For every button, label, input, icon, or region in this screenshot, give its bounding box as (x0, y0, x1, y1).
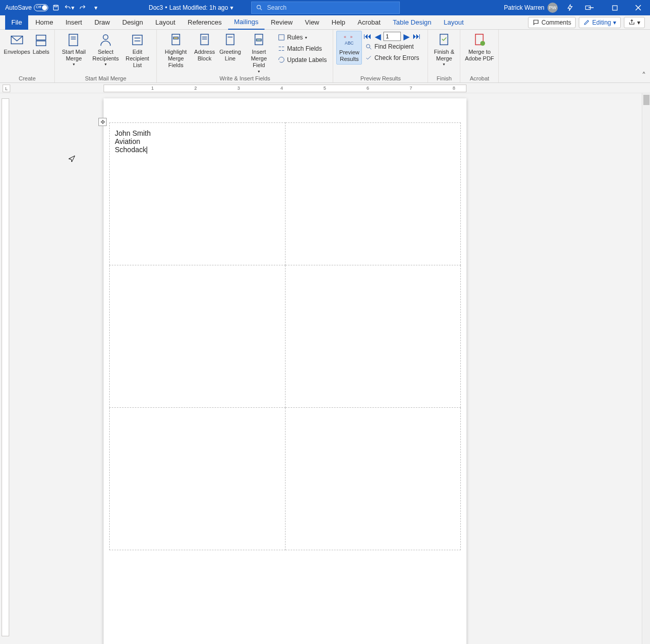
check-for-errors-button[interactable]: Check for Errors (363, 52, 423, 64)
edit-recipient-list-button[interactable]: Edit Recipient List (121, 31, 153, 71)
label-cell[interactable] (285, 265, 461, 408)
tab-review[interactable]: Review (265, 15, 299, 30)
tab-insert[interactable]: Insert (59, 15, 89, 30)
label-cell[interactable] (285, 408, 461, 550)
finish-merge-button[interactable]: Finish & Merge▾ (431, 31, 457, 69)
preview-icon: «»ABC (341, 33, 357, 48)
greeting-icon (222, 32, 238, 48)
collapse-ribbon-button[interactable]: ˄ (642, 71, 646, 80)
comments-button[interactable]: Comments (528, 17, 576, 28)
rules-button[interactable]: Rules▾ (276, 32, 329, 43)
tab-selector[interactable]: L (3, 85, 10, 92)
labels-table: John Smith Aviation Schodack (109, 122, 461, 550)
recipient-name: John Smith (115, 129, 280, 137)
address-block-icon (197, 32, 212, 48)
svg-rect-10 (36, 35, 46, 40)
envelope-icon (9, 32, 25, 48)
svg-rect-6 (613, 6, 617, 10)
horizontal-ruler[interactable]: L 1 2 3 4 5 6 7 8 (0, 83, 650, 93)
avatar: PW (547, 3, 558, 13)
address-block-button[interactable]: Address Block (192, 31, 217, 64)
previous-record-button[interactable]: ◀ (373, 32, 382, 41)
last-record-button[interactable]: ⏭ (412, 32, 421, 41)
tab-layout[interactable]: Layout (149, 15, 181, 30)
label-cell[interactable] (110, 408, 286, 550)
svg-line-3 (260, 9, 262, 10)
tab-mailings[interactable]: Mailings (228, 15, 265, 30)
recipient-field3: Schodack (115, 146, 280, 154)
share-button[interactable]: ▾ (624, 17, 645, 28)
group-label-create: Create (18, 75, 35, 82)
svg-rect-12 (69, 34, 78, 46)
group-label-acrobat: Acrobat (470, 75, 489, 82)
svg-rect-19 (172, 34, 180, 45)
next-record-button[interactable]: ▶ (402, 32, 411, 41)
label-cell[interactable] (285, 123, 461, 265)
label-cell[interactable] (110, 265, 286, 408)
vertical-ruler[interactable] (0, 93, 10, 644)
svg-rect-24 (227, 34, 234, 45)
document-title[interactable]: Doc3 • Last Modified: 1h ago ▾ (149, 4, 233, 11)
update-labels-button[interactable]: Update Labels (276, 54, 329, 66)
greeting-line-button[interactable]: Greeting Line (217, 31, 243, 64)
preview-results-button[interactable]: «»ABCPreview Results (336, 31, 362, 65)
svg-text:»: » (350, 34, 353, 39)
undo-button[interactable]: ▾ (64, 2, 75, 13)
redo-button[interactable] (77, 2, 88, 13)
minimize-button[interactable] (579, 0, 603, 15)
scrollbar-thumb[interactable] (643, 95, 649, 105)
ribbon-tabs: File Home Insert Draw Design Layout Refe… (0, 15, 650, 30)
svg-point-2 (257, 5, 260, 9)
chevron-down-icon: ▾ (613, 19, 616, 26)
tab-table-design[interactable]: Table Design (387, 15, 437, 30)
table-move-handle[interactable]: ✥ (98, 118, 107, 126)
vertical-scrollbar[interactable] (642, 93, 650, 644)
document-area[interactable]: ✥ John Smith Aviation Schodack (10, 93, 650, 644)
svg-rect-27 (256, 39, 261, 41)
lightning-icon[interactable] (564, 2, 576, 13)
autosave-toggle[interactable]: AutoSave Off (5, 4, 48, 11)
tab-home[interactable]: Home (29, 15, 59, 30)
rules-icon (278, 34, 285, 41)
share-icon (628, 19, 635, 26)
tab-help[interactable]: Help (326, 15, 352, 30)
search-input[interactable]: Search (251, 2, 400, 14)
tab-design[interactable]: Design (116, 15, 149, 30)
tab-view[interactable]: View (299, 15, 326, 30)
close-button[interactable] (626, 0, 650, 15)
user-account[interactable]: Patrick Warren PW (504, 3, 558, 13)
editing-mode-button[interactable]: Editing ▾ (579, 17, 621, 28)
find-recipient-button[interactable]: Find Recipient (363, 41, 423, 52)
maximize-button[interactable] (603, 0, 626, 15)
label-cell[interactable]: John Smith Aviation Schodack (110, 123, 286, 265)
tab-references[interactable]: References (181, 15, 228, 30)
search-icon (256, 4, 263, 11)
match-icon (278, 45, 285, 52)
mail-merge-icon (66, 32, 82, 48)
tab-layout-contextual[interactable]: Layout (437, 15, 470, 30)
labels-button[interactable]: Labels (31, 31, 51, 57)
svg-text:ABC: ABC (345, 40, 354, 46)
highlight-merge-fields-button[interactable]: Highlight Merge Fields (160, 31, 192, 71)
svg-line-33 (370, 48, 372, 50)
customize-qat-button[interactable]: ▾ (90, 2, 101, 13)
labels-icon (33, 32, 49, 48)
group-label-preview-results: Preview Results (360, 75, 401, 82)
svg-rect-16 (133, 35, 143, 45)
tab-file[interactable]: File (5, 15, 28, 30)
first-record-button[interactable]: ⏮ (363, 32, 372, 41)
merge-to-adobe-pdf-button[interactable]: Merge to Adobe PDF (463, 31, 495, 64)
insert-merge-field-button[interactable]: Insert Merge Field▾ (243, 31, 275, 75)
group-label-finish: Finish (437, 75, 452, 82)
tab-acrobat[interactable]: Acrobat (352, 15, 387, 30)
tab-draw[interactable]: Draw (88, 15, 116, 30)
select-recipients-button[interactable]: Select Recipients▾ (90, 31, 121, 69)
save-button[interactable] (50, 2, 62, 13)
envelopes-button[interactable]: Envelopes (3, 31, 31, 57)
chevron-down-icon: ▾ (637, 19, 640, 26)
match-fields-button[interactable]: Match Fields (276, 43, 329, 54)
svg-rect-20 (173, 37, 178, 39)
record-number-input[interactable] (383, 32, 401, 41)
svg-text:«: « (344, 34, 347, 39)
start-mail-merge-button[interactable]: Start Mail Merge▾ (58, 31, 90, 69)
